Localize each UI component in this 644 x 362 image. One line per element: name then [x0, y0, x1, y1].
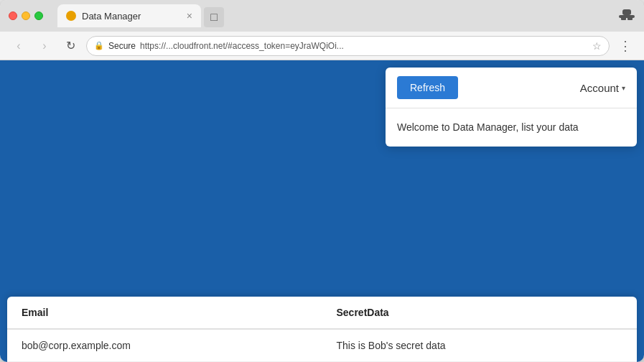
title-bar: Data Manager × □ [0, 0, 644, 32]
cell-email: bob@corp.example.com [7, 329, 322, 362]
column-header-secret: SecretData [322, 297, 638, 329]
lock-icon: 🔒 [94, 41, 104, 50]
svg-rect-2 [621, 17, 626, 20]
extension-icon[interactable] [618, 7, 635, 24]
tab-favicon [66, 11, 76, 21]
tab-close-icon[interactable]: × [187, 11, 192, 21]
url-display: https://...cloudfront.net/#access_token=… [140, 41, 588, 51]
maximize-button[interactable] [34, 11, 43, 20]
new-tab-button[interactable]: □ [204, 7, 224, 27]
traffic-lights [9, 11, 43, 20]
refresh-data-button[interactable]: Refresh [397, 76, 458, 99]
browser-window: Data Manager × □ ‹ › ↻ [0, 0, 644, 362]
account-caret-icon: ▾ [622, 84, 625, 92]
new-tab-icon: □ [210, 11, 218, 24]
svg-rect-3 [627, 17, 633, 20]
page-content: Refresh Account ▾ Welcome to Data Manage… [0, 60, 644, 362]
secure-label: Secure [108, 41, 136, 51]
back-icon: ‹ [17, 40, 20, 52]
active-tab[interactable]: Data Manager × [57, 4, 201, 27]
close-button[interactable] [9, 11, 17, 20]
refresh-button[interactable]: ↻ [60, 36, 80, 56]
table-header-row: Email SecretData [7, 297, 637, 329]
dropdown-panel: Refresh Account ▾ Welcome to Data Manage… [386, 68, 637, 147]
welcome-text: Welcome to Data Manager, list your data [397, 121, 579, 133]
account-label: Account [580, 82, 619, 94]
tab-area: Data Manager × □ [57, 4, 612, 27]
table-row: bob@corp.example.com This is Bob's secre… [7, 329, 637, 362]
cell-secret: This is Bob's secret data [322, 329, 638, 362]
nav-bar: ‹ › ↻ 🔒 Secure https://...cloudfront.net… [0, 32, 644, 60]
refresh-icon: ↻ [66, 39, 75, 52]
menu-icon: ⋮ [619, 38, 632, 54]
address-bar[interactable]: 🔒 Secure https://...cloudfront.net/#acce… [86, 36, 610, 56]
column-header-email: Email [7, 297, 322, 329]
forward-icon: › [42, 40, 46, 52]
forward-button[interactable]: › [34, 36, 55, 56]
back-button[interactable]: ‹ [9, 36, 29, 56]
svg-rect-1 [622, 9, 631, 15]
panel-toolbar: Refresh Account ▾ [386, 68, 637, 108]
tab-title-text: Data Manager [82, 11, 181, 22]
account-dropdown-button[interactable]: Account ▾ [580, 82, 625, 94]
browser-menu-button[interactable]: ⋮ [615, 36, 635, 56]
data-table: Email SecretData bob@corp.example.com Th… [7, 297, 637, 362]
extension-svg [619, 9, 635, 22]
data-table-container: Email SecretData bob@corp.example.com Th… [7, 297, 637, 362]
bookmark-icon[interactable]: ☆ [592, 40, 602, 52]
panel-welcome-message: Welcome to Data Manager, list your data [386, 108, 637, 147]
minimize-button[interactable] [22, 11, 30, 20]
